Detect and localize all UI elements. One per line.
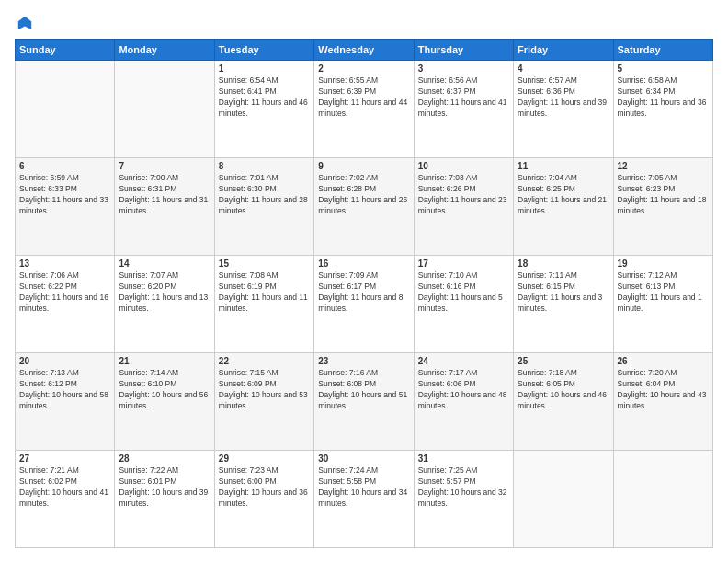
day-header: Saturday: [613, 40, 712, 61]
day-header: Wednesday: [314, 40, 414, 61]
calendar-cell: 15Sunrise: 7:08 AMSunset: 6:19 PMDayligh…: [214, 256, 313, 353]
logo: [15, 15, 33, 31]
daylight-text: Daylight: 11 hours and 3 minutes.: [518, 293, 602, 313]
day-number: 27: [19, 454, 110, 464]
daylight-text: Daylight: 11 hours and 44 minutes.: [318, 98, 407, 118]
sunrise-text: Sunrise: 7:22 AM: [119, 465, 178, 475]
day-detail: Sunrise: 7:07 AMSunset: 6:20 PMDaylight:…: [119, 270, 210, 315]
calendar-week-row: 27Sunrise: 7:21 AMSunset: 6:02 PMDayligh…: [16, 451, 713, 548]
sunset-text: Sunset: 6:05 PM: [518, 379, 575, 388]
sunrise-text: Sunrise: 6:59 AM: [19, 173, 79, 182]
daylight-text: Daylight: 10 hours and 53 minutes.: [219, 390, 308, 410]
calendar-cell: 17Sunrise: 7:10 AMSunset: 6:16 PMDayligh…: [414, 256, 513, 353]
sunrise-text: Sunrise: 6:58 AM: [618, 75, 677, 85]
calendar-cell: 26Sunrise: 7:20 AMSunset: 6:04 PMDayligh…: [613, 353, 712, 451]
sunset-text: Sunset: 6:13 PM: [618, 282, 676, 291]
sunset-text: Sunset: 6:33 PM: [19, 184, 77, 193]
daylight-text: Daylight: 11 hours and 5 minutes.: [418, 293, 503, 313]
sunrise-text: Sunrise: 7:09 AM: [318, 270, 378, 280]
sunset-text: Sunset: 6:16 PM: [418, 282, 476, 291]
calendar-cell: 8Sunrise: 7:01 AMSunset: 6:30 PMDaylight…: [214, 158, 313, 256]
daylight-text: Daylight: 11 hours and 39 minutes.: [518, 98, 607, 118]
day-detail: Sunrise: 7:11 AMSunset: 6:15 PMDaylight:…: [518, 270, 609, 315]
calendar-cell: 20Sunrise: 7:13 AMSunset: 6:12 PMDayligh…: [16, 353, 115, 451]
day-header: Friday: [514, 40, 613, 61]
calendar-cell: 28Sunrise: 7:22 AMSunset: 6:01 PMDayligh…: [115, 451, 214, 548]
sunset-text: Sunset: 6:00 PM: [219, 477, 277, 486]
daylight-text: Daylight: 11 hours and 8 minutes.: [318, 293, 403, 313]
sunset-text: Sunset: 6:26 PM: [418, 184, 476, 193]
daylight-text: Daylight: 10 hours and 58 minutes.: [19, 390, 108, 410]
day-number: 15: [219, 259, 310, 269]
daylight-text: Daylight: 11 hours and 21 minutes.: [518, 195, 607, 215]
sunset-text: Sunset: 6:20 PM: [119, 282, 176, 291]
sunrise-text: Sunrise: 7:02 AM: [318, 173, 378, 182]
day-number: 25: [518, 356, 609, 366]
daylight-text: Daylight: 11 hours and 41 minutes.: [418, 98, 507, 118]
sunrise-text: Sunrise: 7:04 AM: [518, 173, 577, 182]
day-header: Monday: [115, 40, 214, 61]
day-number: 1: [219, 63, 310, 74]
calendar-cell: 18Sunrise: 7:11 AMSunset: 6:15 PMDayligh…: [514, 256, 613, 353]
day-number: 23: [318, 356, 409, 366]
day-detail: Sunrise: 6:57 AMSunset: 6:36 PMDaylight:…: [518, 75, 609, 120]
day-number: 20: [19, 356, 110, 366]
sunrise-text: Sunrise: 6:57 AM: [518, 75, 577, 85]
sunrise-text: Sunrise: 7:14 AM: [119, 368, 178, 377]
sunset-text: Sunset: 6:02 PM: [19, 477, 77, 486]
sunrise-text: Sunrise: 7:21 AM: [19, 465, 79, 475]
calendar-cell: 14Sunrise: 7:07 AMSunset: 6:20 PMDayligh…: [115, 256, 214, 353]
day-detail: Sunrise: 7:24 AMSunset: 5:58 PMDaylight:…: [318, 465, 409, 510]
day-detail: Sunrise: 7:25 AMSunset: 5:57 PMDaylight:…: [418, 465, 509, 510]
calendar-cell: [16, 61, 115, 158]
calendar-cell: 2Sunrise: 6:55 AMSunset: 6:39 PMDaylight…: [314, 61, 414, 158]
daylight-text: Daylight: 11 hours and 36 minutes.: [618, 98, 707, 118]
header: [15, 15, 713, 31]
calendar-cell: 30Sunrise: 7:24 AMSunset: 5:58 PMDayligh…: [314, 451, 414, 548]
calendar-cell: 3Sunrise: 6:56 AMSunset: 6:37 PMDaylight…: [414, 61, 513, 158]
day-number: 2: [318, 63, 409, 74]
sunset-text: Sunset: 6:19 PM: [219, 282, 277, 291]
day-detail: Sunrise: 7:16 AMSunset: 6:08 PMDaylight:…: [318, 368, 409, 412]
calendar-cell: 9Sunrise: 7:02 AMSunset: 6:28 PMDaylight…: [314, 158, 414, 256]
sunset-text: Sunset: 6:08 PM: [318, 379, 376, 388]
day-detail: Sunrise: 7:08 AMSunset: 6:19 PMDaylight:…: [219, 270, 310, 315]
sunset-text: Sunset: 6:28 PM: [318, 184, 376, 193]
day-detail: Sunrise: 7:22 AMSunset: 6:01 PMDaylight:…: [119, 465, 210, 510]
day-detail: Sunrise: 7:12 AMSunset: 6:13 PMDaylight:…: [618, 270, 709, 315]
calendar-cell: 31Sunrise: 7:25 AMSunset: 5:57 PMDayligh…: [414, 451, 513, 548]
sunrise-text: Sunrise: 7:18 AM: [518, 368, 577, 377]
sunrise-text: Sunrise: 7:12 AM: [618, 270, 677, 280]
day-detail: Sunrise: 7:18 AMSunset: 6:05 PMDaylight:…: [518, 368, 609, 412]
sunset-text: Sunset: 6:36 PM: [518, 86, 575, 96]
day-number: 9: [318, 161, 409, 171]
day-detail: Sunrise: 7:15 AMSunset: 6:09 PMDaylight:…: [219, 368, 310, 412]
calendar-cell: 21Sunrise: 7:14 AMSunset: 6:10 PMDayligh…: [115, 353, 214, 451]
sunset-text: Sunset: 6:22 PM: [19, 282, 77, 291]
daylight-text: Daylight: 11 hours and 23 minutes.: [418, 195, 507, 215]
calendar-cell: 22Sunrise: 7:15 AMSunset: 6:09 PMDayligh…: [214, 353, 313, 451]
sunset-text: Sunset: 6:25 PM: [518, 184, 575, 193]
sunset-text: Sunset: 6:31 PM: [119, 184, 176, 193]
daylight-text: Daylight: 10 hours and 43 minutes.: [618, 390, 707, 410]
day-number: 12: [618, 161, 709, 171]
day-header: Thursday: [414, 40, 513, 61]
calendar-cell: 29Sunrise: 7:23 AMSunset: 6:00 PMDayligh…: [214, 451, 313, 548]
daylight-text: Daylight: 10 hours and 56 minutes.: [119, 390, 208, 410]
day-number: 6: [19, 161, 110, 171]
daylight-text: Daylight: 11 hours and 33 minutes.: [19, 195, 108, 215]
sunset-text: Sunset: 6:37 PM: [418, 86, 476, 96]
day-number: 31: [418, 454, 509, 464]
calendar-week-row: 20Sunrise: 7:13 AMSunset: 6:12 PMDayligh…: [16, 353, 713, 451]
sunrise-text: Sunrise: 6:56 AM: [418, 75, 478, 85]
day-detail: Sunrise: 7:02 AMSunset: 6:28 PMDaylight:…: [318, 173, 409, 217]
day-number: 10: [418, 161, 509, 171]
sunrise-text: Sunrise: 7:25 AM: [418, 465, 478, 475]
day-header: Sunday: [16, 40, 115, 61]
sunrise-text: Sunrise: 6:54 AM: [219, 75, 279, 85]
sunrise-text: Sunrise: 7:16 AM: [318, 368, 378, 377]
day-number: 14: [119, 259, 210, 269]
daylight-text: Daylight: 10 hours and 51 minutes.: [318, 390, 407, 410]
calendar-cell: 23Sunrise: 7:16 AMSunset: 6:08 PMDayligh…: [314, 353, 414, 451]
calendar-cell: 6Sunrise: 6:59 AMSunset: 6:33 PMDaylight…: [16, 158, 115, 256]
